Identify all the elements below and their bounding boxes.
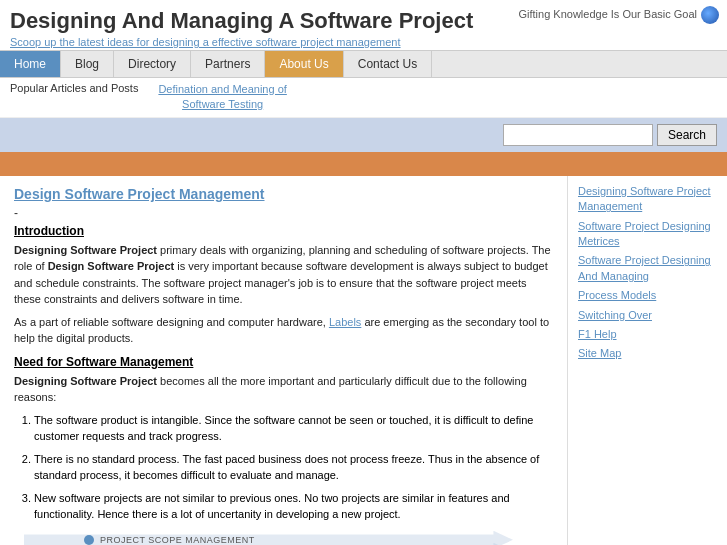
- popular-articles-label: Popular Articles and Posts: [10, 82, 138, 94]
- intro-labels-paragraph: As a part of reliable software designing…: [14, 314, 553, 347]
- sidebar-link-3[interactable]: Software Project Designing And Managing: [578, 253, 717, 284]
- list-item: New software projects are not similar to…: [34, 490, 553, 523]
- search-input[interactable]: [503, 124, 653, 146]
- main-content: Design Software Project Management - Int…: [0, 176, 727, 545]
- need-list: The software product is intangible. Sinc…: [34, 412, 553, 523]
- need-paragraph: Designing Software Project becomes all t…: [14, 373, 553, 406]
- page-title[interactable]: Design Software Project Management: [14, 186, 553, 202]
- orange-bar: [0, 152, 727, 176]
- search-bar: Search: [0, 118, 727, 152]
- nav-directory[interactable]: Directory: [114, 51, 191, 77]
- intro-bold2: Design Software Project: [48, 260, 175, 272]
- list-item: There is no standard process. The fast p…: [34, 451, 553, 484]
- sidebar-link-6[interactable]: F1 Help: [578, 327, 717, 342]
- defination-link[interactable]: Defination and Meaning of Software Testi…: [158, 82, 286, 113]
- nav-about-us[interactable]: About Us: [265, 51, 343, 77]
- sidebar-link-1[interactable]: Designing Software Project Management: [578, 184, 717, 215]
- nav-home[interactable]: Home: [0, 51, 61, 77]
- nav-blog[interactable]: Blog: [61, 51, 114, 77]
- globe-icon: [701, 6, 719, 24]
- arrow-label: PROJECT SCOPE MANAGEMENT: [100, 535, 255, 545]
- dot-icon: [84, 535, 94, 545]
- need-heading: Need for Software Management: [14, 355, 553, 369]
- labels-link[interactable]: Labels: [329, 316, 361, 328]
- intro-bold1: Designing Software Project: [14, 244, 157, 256]
- sidebar-link-5[interactable]: Switching Over: [578, 308, 717, 323]
- nav-partners[interactable]: Partners: [191, 51, 265, 77]
- search-button[interactable]: Search: [657, 124, 717, 146]
- intro-heading: Introduction: [14, 224, 553, 238]
- site-tagline[interactable]: Scoop up the latest ideas for designing …: [10, 36, 717, 48]
- list-item: The software product is intangible. Sinc…: [34, 412, 553, 445]
- need-bold: Designing Software Project: [14, 375, 157, 387]
- content-area: Design Software Project Management - Int…: [0, 176, 567, 545]
- diagram: PROJECT SCOPE MANAGEMENT PROJECT QUALITY…: [14, 535, 553, 545]
- main-nav: Home Blog Directory Partners About Us Co…: [0, 50, 727, 78]
- sidebar-link-4[interactable]: Process Models: [578, 288, 717, 303]
- intro-text3: As a part of reliable software designing…: [14, 316, 326, 328]
- diagram-row-1: PROJECT SCOPE MANAGEMENT: [24, 535, 553, 545]
- sidebar: Designing Software Project Management So…: [567, 176, 727, 545]
- gifting-text: Gifting Knowledge Is Our Basic Goal: [518, 8, 697, 20]
- sub-header: Popular Articles and Posts Defination an…: [0, 78, 727, 118]
- intro-paragraph: Designing Software Project primary deals…: [14, 242, 553, 308]
- sidebar-link-7[interactable]: Site Map: [578, 346, 717, 361]
- section-dash: -: [14, 206, 553, 220]
- nav-contact-us[interactable]: Contact Us: [344, 51, 432, 77]
- sidebar-link-2[interactable]: Software Project Designing Metrices: [578, 219, 717, 250]
